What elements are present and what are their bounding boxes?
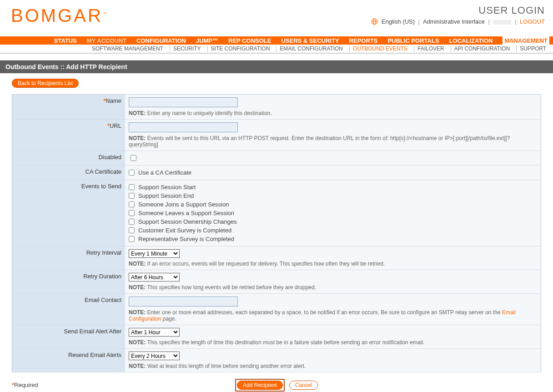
add-recipient-button[interactable]: Add Recipient: [237, 381, 283, 390]
subnav-item-0[interactable]: SOFTWARE MANAGEMENT: [89, 45, 166, 52]
event-label-0: Support Session Start: [138, 184, 196, 191]
name-input[interactable]: [129, 97, 238, 107]
label-disabled: Disabled: [98, 154, 121, 161]
form-table: *Name NOTE: Enter any name to uniquely i…: [12, 94, 541, 372]
note-retry-duration: This specifies how long events will be r…: [147, 284, 316, 291]
note-retry-interval: If an error occurs, events will be reque…: [147, 261, 385, 267]
section-title: Outbound Events :: Add HTTP Recipient: [0, 60, 553, 73]
event-checkbox-2[interactable]: [129, 201, 135, 207]
retry-interval-select[interactable]: Every 1 Minute: [129, 249, 180, 258]
email-contact-input[interactable]: [129, 297, 238, 307]
note-email-b: page.: [161, 316, 176, 322]
user-login-title: USER LOGIN: [371, 5, 545, 16]
event-checkbox-4[interactable]: [129, 219, 135, 225]
ca-cert-option: Use a CA Certificate: [138, 169, 191, 176]
event-item-4: Support Session Ownership Changes: [129, 217, 537, 226]
admin-interface-link[interactable]: Administrative Interface: [423, 18, 485, 25]
topnav-item-0[interactable]: STATUS: [54, 37, 77, 44]
note-url: Events will be sent to this URL via an H…: [129, 135, 510, 148]
label-resend: Resend Email Alerts: [68, 352, 121, 358]
language-link[interactable]: English (US): [382, 18, 415, 25]
user-block: USER LOGIN English (US) | Administrative…: [371, 5, 545, 26]
logo-text: BOMGAR: [11, 5, 103, 25]
event-item-6: Representative Survey is Completed: [129, 235, 537, 243]
topnav-item-2[interactable]: CONFIGURATION: [136, 37, 186, 44]
event-label-4: Support Session Ownership Changes: [138, 218, 237, 225]
resend-select[interactable]: Every 2 Hours: [129, 352, 180, 360]
event-label-6: Representative Survey is Completed: [138, 236, 234, 242]
topnav-item-4[interactable]: REP CONSOLE: [228, 37, 271, 44]
back-to-list-button[interactable]: Back to Recipients List: [12, 79, 79, 88]
event-label-2: Someone Joins a Support Session: [138, 201, 229, 208]
subnav-item-5[interactable]: FAILOVER: [414, 45, 447, 52]
subnav-item-3[interactable]: EMAIL CONFIGURATION: [276, 45, 346, 52]
event-checkbox-0[interactable]: [129, 184, 135, 190]
send-after-select[interactable]: After 1 Hour: [129, 328, 180, 337]
top-nav: STATUSMY ACCOUNTCONFIGURATIONJUMP™REP CO…: [0, 36, 553, 45]
label-retry-duration: Retry Duration: [83, 273, 121, 280]
subnav-item-7[interactable]: SUPPORT: [516, 45, 549, 52]
label-events: Events to Send: [81, 183, 121, 190]
event-checkbox-5[interactable]: [129, 227, 135, 233]
required-label: Required: [14, 382, 38, 388]
topnav-item-6[interactable]: REPORTS: [349, 37, 378, 44]
label-url: URL: [110, 122, 121, 129]
form-footer: *Required Add Recipient Cancel: [12, 379, 541, 392]
logout-link[interactable]: LOGOUT: [520, 18, 545, 25]
subnav-item-1[interactable]: SECURITY: [170, 45, 204, 52]
disabled-checkbox[interactable]: [131, 155, 136, 161]
topnav-item-7[interactable]: PUBLIC PORTALS: [387, 37, 439, 44]
topnav-item-5[interactable]: USERS & SECURITY: [281, 37, 339, 44]
note-resend: Wait at least this length of time before…: [147, 363, 306, 369]
label-send-after: Send Email Alert After: [64, 328, 121, 335]
globe-icon: [371, 18, 378, 26]
subnav-item-4[interactable]: OUTBOUND EVENTS: [349, 45, 411, 52]
event-item-3: Someone Leaves a Support Session: [129, 209, 537, 217]
subnav-item-6[interactable]: API CONFIGURATION: [451, 45, 513, 52]
url-input[interactable]: [129, 122, 238, 132]
cancel-button[interactable]: Cancel: [289, 381, 318, 390]
event-checkbox-6[interactable]: [129, 236, 135, 242]
topnav-item-8[interactable]: LOCALIZATION: [449, 37, 493, 44]
event-label-1: Support Session End: [138, 192, 194, 199]
header: BOMGAR™ USER LOGIN English (US) | Admini…: [0, 0, 553, 36]
note-send-after: This specifies the length of time this d…: [147, 339, 424, 346]
ca-cert-checkbox[interactable]: [129, 170, 135, 176]
event-item-0: Support Session Start: [129, 183, 537, 191]
note-email-a: Enter one or more email addresses, each …: [147, 309, 502, 316]
event-label-3: Someone Leaves a Support Session: [138, 210, 234, 216]
username-placeholder: [493, 20, 511, 25]
label-name: Name: [106, 97, 121, 104]
label-email-contact: Email Contact: [85, 297, 121, 303]
event-checkbox-3[interactable]: [129, 210, 135, 216]
topnav-item-9[interactable]: MANAGEMENT: [503, 36, 549, 45]
event-item-5: Customer Exit Survey is Completed: [129, 226, 537, 235]
logo-tm: ™: [103, 11, 107, 16]
label-retry-interval: Retry Interval: [86, 249, 121, 256]
event-item-2: Someone Joins a Support Session: [129, 200, 537, 209]
sub-nav: SOFTWARE MANAGEMENTSECURITYSITE CONFIGUR…: [0, 45, 553, 53]
topnav-item-1[interactable]: MY ACCOUNT: [87, 37, 126, 44]
topnav-item-3[interactable]: JUMP™: [196, 37, 218, 44]
note-name: Enter any name to uniquely identify this…: [147, 110, 272, 116]
retry-duration-select[interactable]: After 6 Hours: [129, 273, 180, 281]
event-checkbox-1[interactable]: [129, 193, 135, 199]
event-item-1: Support Session End: [129, 191, 537, 200]
event-label-5: Customer Exit Survey is Completed: [138, 227, 231, 234]
subnav-item-2[interactable]: SITE CONFIGURATION: [207, 45, 273, 52]
label-ca-cert: CA Certificate: [85, 168, 121, 175]
